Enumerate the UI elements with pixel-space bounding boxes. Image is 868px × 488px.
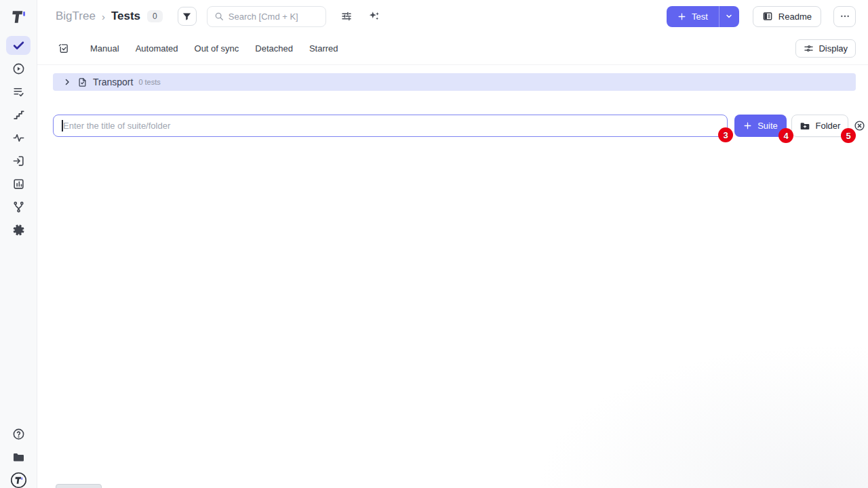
sliders-horizontal-icon (804, 43, 814, 54)
text-cursor (62, 120, 63, 131)
suite-title: Transport (93, 77, 133, 87)
add-suite-label: Suite (757, 121, 778, 131)
ai-assistant-button[interactable] (368, 10, 380, 22)
app-root: BigTree › Tests 0 (0, 0, 868, 488)
annotation-badge-3: 3 (718, 127, 733, 142)
top-header: BigTree › Tests 0 (37, 0, 868, 33)
filter-bar: Manual Automated Out of sync Detached St… (37, 33, 868, 65)
list-check-icon (12, 85, 25, 98)
select-all-button[interactable] (58, 43, 69, 54)
stairs-icon (12, 108, 25, 121)
sidebar-item-projects[interactable] (7, 447, 31, 466)
sidebar-item-account[interactable] (7, 470, 31, 488)
more-actions-button[interactable] (833, 6, 856, 27)
tab-starred[interactable]: Starred (309, 43, 338, 54)
plus-icon (743, 121, 752, 130)
tab-out-of-sync[interactable]: Out of sync (195, 43, 239, 54)
ellipsis-icon (840, 11, 850, 22)
main-content: Transport 0 tests Suite Folder (37, 65, 868, 488)
sparkles-icon (368, 10, 380, 22)
readme-button[interactable]: Readme (753, 6, 821, 27)
bottom-peek-element (56, 484, 102, 488)
app-logo[interactable] (8, 7, 28, 27)
close-form-button[interactable] (854, 120, 865, 131)
sidebar-item-help[interactable] (7, 424, 31, 443)
circle-x-icon (854, 120, 865, 131)
add-folder-label: Folder (816, 121, 841, 131)
filter-tabs: Manual Automated Out of sync Detached St… (90, 43, 338, 54)
sidebar-item-steps[interactable] (6, 105, 31, 124)
add-test-button[interactable]: Test (667, 6, 719, 27)
chart-box-icon (12, 178, 25, 190)
sidebar-item-settings[interactable] (6, 220, 31, 239)
tab-manual[interactable]: Manual (90, 43, 119, 54)
chevron-down-icon (725, 12, 733, 20)
account-logo-icon (10, 472, 27, 488)
breadcrumb-page-title: Tests (111, 9, 140, 23)
book-icon (762, 11, 773, 22)
search-box[interactable] (207, 6, 326, 27)
play-circle-icon (12, 62, 25, 75)
suite-title-input[interactable] (53, 115, 728, 137)
help-circle-icon (12, 428, 25, 441)
filter-button[interactable] (178, 7, 197, 26)
display-label: Display (818, 43, 848, 54)
sidebar-item-tests[interactable] (6, 36, 31, 55)
display-button[interactable]: Display (795, 39, 856, 58)
sidebar-item-analytics[interactable] (6, 174, 31, 193)
sidebar-item-pulse[interactable] (6, 128, 31, 147)
folder-icon (12, 451, 25, 464)
check-icon (12, 39, 25, 52)
suite-title-field-wrap (53, 115, 728, 137)
annotation-badge-4: 4 (778, 128, 793, 143)
import-arrow-box-icon (12, 155, 25, 167)
funnel-icon (182, 12, 192, 22)
suite-row-transport[interactable]: Transport 0 tests (53, 73, 856, 91)
sidebar (0, 0, 37, 488)
branch-git-icon (12, 201, 25, 214)
sidebar-bottom (0, 424, 37, 488)
breadcrumb-project[interactable]: BigTree (56, 9, 96, 23)
sidebar-item-plans[interactable] (6, 82, 31, 101)
tests-count-badge: 0 (147, 10, 163, 22)
folder-plus-icon (800, 121, 810, 131)
breadcrumb-separator: › (102, 11, 105, 22)
create-suite-form: Suite Folder 3 4 5 (53, 115, 868, 137)
tab-detached[interactable]: Detached (255, 43, 293, 54)
sidebar-item-runs[interactable] (6, 59, 31, 78)
select-all-icon (58, 43, 69, 54)
search-input[interactable] (229, 12, 319, 22)
readme-label: Readme (778, 12, 812, 22)
sidebar-item-branches[interactable] (6, 197, 31, 216)
gear-icon (12, 224, 25, 237)
sidebar-nav (6, 36, 31, 239)
add-test-label: Test (692, 12, 708, 22)
pulse-activity-icon (12, 131, 25, 144)
annotation-badge-5: 5 (841, 128, 856, 143)
chevron-right-icon[interactable] (63, 78, 71, 86)
sidebar-item-import[interactable] (6, 151, 31, 170)
add-test-dropdown-button[interactable] (719, 6, 739, 27)
search-icon (214, 12, 224, 21)
file-check-icon (77, 77, 87, 87)
add-test-split-button: Test (667, 6, 739, 27)
adjustments-icon (340, 10, 353, 22)
plus-icon (677, 12, 686, 21)
view-adjustments-button[interactable] (340, 10, 353, 22)
tab-automated[interactable]: Automated (136, 43, 178, 54)
add-folder-button[interactable]: Folder (791, 115, 848, 137)
logo-t-icon (9, 8, 27, 26)
suite-test-count: 0 tests (138, 78, 160, 86)
